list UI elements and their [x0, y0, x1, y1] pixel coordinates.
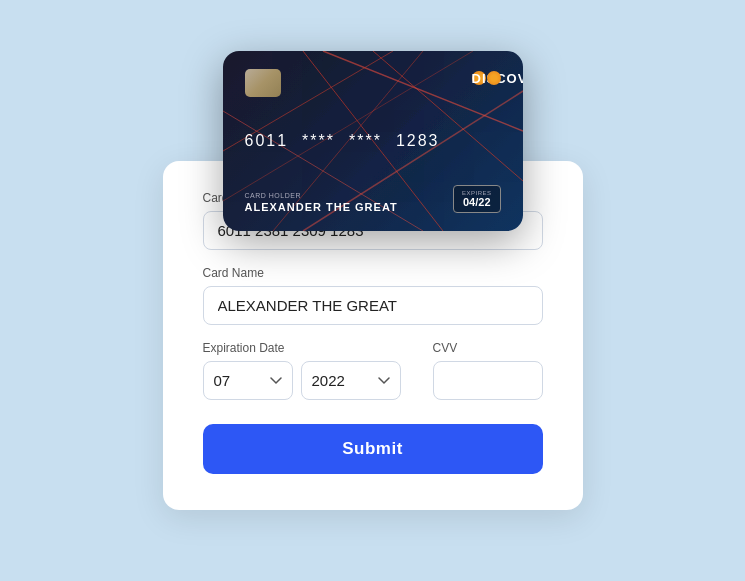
chip-icon: [245, 69, 281, 97]
card-num-2: ****: [302, 132, 335, 150]
card-holder-section: Card Holder ALEXANDER THE GREAT: [245, 192, 398, 213]
page-wrapper: DISCOVER 6011 **** **** 1283 Card Holder…: [0, 0, 745, 581]
card-name-group: Card Name: [203, 266, 543, 325]
card-num-1: 6011: [245, 132, 289, 150]
year-select[interactable]: 2020 2021 2022 2023 2024 2025 2026: [301, 361, 401, 400]
cvv-input[interactable]: [433, 361, 543, 400]
card-expires-section: Expires 04/22: [453, 185, 501, 213]
submit-button[interactable]: Submit: [203, 424, 543, 474]
svg-line-4: [223, 111, 423, 231]
credit-card-visual: DISCOVER 6011 **** **** 1283 Card Holder…: [223, 51, 523, 231]
card-holder-name: ALEXANDER THE GREAT: [245, 201, 398, 213]
expiry-group: Expiration Date 01 02 03 04 05 06 07 08 …: [203, 341, 419, 400]
expiration-label: Expiration Date: [203, 341, 419, 355]
expiry-selects: 01 02 03 04 05 06 07 08 09 10 11 12: [203, 361, 419, 400]
card-brand-logo: DISCOVER: [471, 69, 501, 85]
month-select[interactable]: 01 02 03 04 05 06 07 08 09 10 11 12: [203, 361, 293, 400]
expires-value: 04/22: [462, 196, 492, 208]
card-name-label: Card Name: [203, 266, 543, 280]
cvv-group: CVV: [433, 341, 543, 400]
card-top-row: DISCOVER: [245, 69, 501, 97]
card-num-3: ****: [349, 132, 382, 150]
card-number-display: 6011 **** **** 1283: [245, 132, 501, 150]
card-bottom-row: Card Holder ALEXANDER THE GREAT Expires …: [245, 185, 501, 213]
card-holder-label: Card Holder: [245, 192, 398, 199]
card-name-input[interactable]: [203, 286, 543, 325]
form-container: DISCOVER 6011 **** **** 1283 Card Holder…: [163, 161, 583, 510]
expiry-cvv-row: Expiration Date 01 02 03 04 05 06 07 08 …: [203, 341, 543, 416]
cvv-label: CVV: [433, 341, 543, 355]
card-num-4: 1283: [396, 132, 440, 150]
